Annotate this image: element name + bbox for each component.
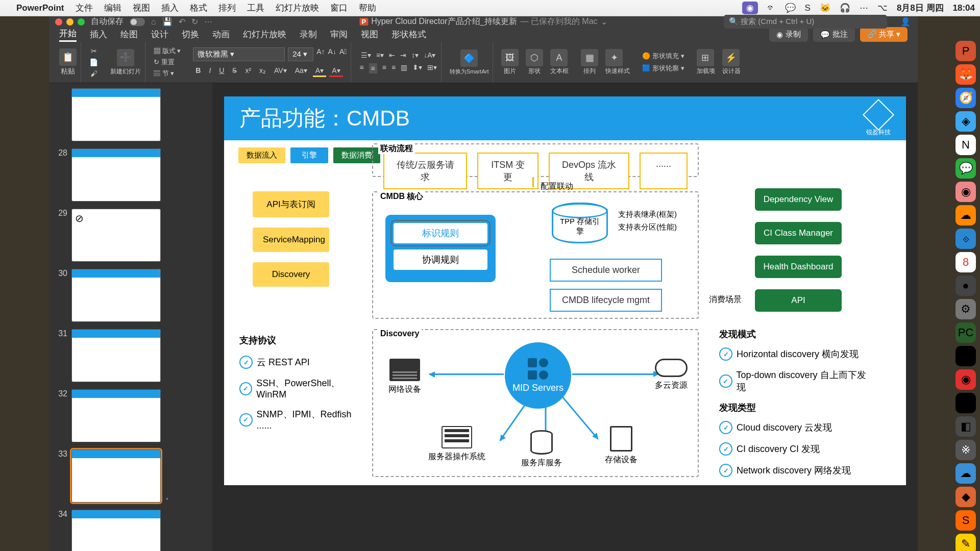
- menubar-date[interactable]: 8月8日 周四: [897, 2, 944, 14]
- dock-app-icon[interactable]: ◐: [955, 346, 976, 366]
- record-button[interactable]: ◉ 录制: [769, 27, 808, 42]
- flow-tab[interactable]: 数据流入: [238, 147, 285, 163]
- quickstyle-icon[interactable]: ✦: [605, 49, 623, 66]
- menu-view[interactable]: 视图: [133, 2, 150, 14]
- maximize-icon[interactable]: [78, 18, 85, 26]
- thumbnail-30[interactable]: 30: [53, 269, 208, 322]
- changecase-btn[interactable]: Aa▾: [292, 65, 310, 77]
- highlight-btn[interactable]: A▾: [313, 65, 326, 77]
- tab-home[interactable]: 开始: [59, 28, 77, 42]
- schedule-btn[interactable]: Schedule worker: [550, 259, 662, 282]
- subscript-btn[interactable]: x₂: [257, 65, 268, 77]
- thumbnail-panel[interactable]: 27 28 29⊘ 30 31 32 33⋆ 34: [49, 83, 212, 551]
- menu-file[interactable]: 文件: [76, 2, 93, 14]
- slide-title[interactable]: 产品功能：CMDB: [239, 104, 410, 133]
- dock-chatgpt-icon[interactable]: ※: [955, 440, 976, 460]
- outdent-icon[interactable]: ⇤: [389, 51, 395, 59]
- paste-icon[interactable]: 📋: [59, 48, 77, 66]
- textdirection-icon[interactable]: ↓A▾: [424, 51, 435, 59]
- thumbnail-29[interactable]: 29⊘: [53, 209, 208, 262]
- dock-app-icon[interactable]: ◉: [955, 182, 976, 202]
- home-icon[interactable]: ⌂: [151, 17, 156, 27]
- shapefill-btn[interactable]: 🟠 形状填充 ▾: [642, 52, 684, 61]
- cat-icon[interactable]: 🐱: [820, 3, 830, 13]
- linkage-item[interactable]: 传统/云服务请求: [383, 153, 467, 189]
- rule2[interactable]: 协调规则: [393, 248, 488, 271]
- headphones-icon[interactable]: 🎧: [840, 3, 850, 13]
- thumbnail-27[interactable]: 27: [53, 88, 208, 141]
- share-button[interactable]: 🔗 共享 ▾: [860, 27, 908, 42]
- menu-slideshow[interactable]: 幻灯片放映: [276, 2, 319, 14]
- dock-wechat-icon[interactable]: 💬: [955, 158, 976, 179]
- chevron-down-icon[interactable]: ⌄: [601, 17, 607, 27]
- more-icon[interactable]: ⋯: [860, 3, 868, 13]
- close-icon[interactable]: [55, 18, 62, 26]
- search-input[interactable]: 🔍 搜索 (Cmd + Ctrl + U): [724, 15, 887, 29]
- api-out-btn[interactable]: API: [755, 289, 842, 312]
- align-center-icon[interactable]: ≡: [369, 63, 377, 73]
- dock-vscode-icon[interactable]: ⟐: [955, 229, 976, 249]
- shape-icon[interactable]: ⬡: [526, 49, 543, 66]
- reset-btn[interactable]: ↻ 重置: [154, 58, 175, 67]
- dock-notion-icon[interactable]: N: [955, 135, 976, 155]
- align-right-icon[interactable]: ≡: [382, 63, 386, 73]
- control-center-icon[interactable]: ⌥: [877, 3, 888, 13]
- menu-tools[interactable]: 工具: [247, 2, 264, 14]
- redo-icon[interactable]: ↻: [191, 17, 198, 27]
- clear-format-icon[interactable]: A⃠: [339, 47, 347, 61]
- api-btn[interactable]: API与表订阅: [253, 191, 329, 217]
- underline-btn[interactable]: U: [216, 65, 227, 77]
- columns-icon[interactable]: ▥: [401, 63, 407, 73]
- decrease-font-icon[interactable]: A↓: [328, 47, 336, 61]
- menubar-time[interactable]: 18:04: [953, 3, 975, 13]
- addin-icon[interactable]: ⊞: [697, 49, 714, 66]
- textbox-icon[interactable]: A: [550, 49, 568, 66]
- justify-icon[interactable]: ≡: [391, 63, 396, 73]
- thumbnail-28[interactable]: 28: [53, 148, 208, 202]
- valign-icon[interactable]: ⬍▾: [412, 63, 422, 73]
- thumbnail-31[interactable]: 31: [53, 329, 208, 382]
- minimize-icon[interactable]: [66, 18, 74, 26]
- dock-app-icon[interactable]: ★: [955, 393, 976, 413]
- layout-btn[interactable]: ▦ 版式 ▾: [154, 46, 181, 56]
- linkage-box[interactable]: 联动流程 传统/云服务请求 ITSM 变更 DevOps 流水线 ......: [372, 143, 699, 177]
- dock-app-icon[interactable]: 🦊: [955, 64, 976, 85]
- formatpainter-icon[interactable]: 🖌: [90, 69, 97, 78]
- dock-sublime-icon[interactable]: S: [955, 510, 976, 531]
- undo-icon[interactable]: ↶: [179, 17, 185, 27]
- italic-btn[interactable]: I: [206, 65, 213, 77]
- tab-insert[interactable]: 插入: [90, 29, 107, 40]
- comment-button[interactable]: 💬 批注: [813, 27, 855, 42]
- engine-tab[interactable]: 引擎: [290, 147, 328, 163]
- tab-view[interactable]: 视图: [361, 29, 378, 40]
- dock-settings-icon[interactable]: ⚙: [955, 299, 976, 319]
- dock-app-icon[interactable]: ◧: [955, 416, 976, 437]
- tab-draw[interactable]: 绘图: [120, 29, 138, 40]
- qat-more-icon[interactable]: ⋯: [204, 17, 212, 27]
- tab-transition[interactable]: 切换: [182, 29, 199, 40]
- tab-shapeformat[interactable]: 形状格式: [391, 29, 426, 40]
- tab-review[interactable]: 审阅: [330, 29, 348, 40]
- linespacing-icon[interactable]: ↕▾: [411, 51, 419, 59]
- shapeoutline-btn[interactable]: 🟦 形状轮廓 ▾: [642, 64, 684, 73]
- dock-app-icon[interactable]: ◉: [955, 369, 976, 390]
- dock-app-icon[interactable]: ◆: [955, 487, 976, 507]
- mid-servers-circle[interactable]: MID Servers: [505, 342, 571, 409]
- dock-app-icon[interactable]: ◈: [955, 111, 976, 132]
- health-btn[interactable]: Health Dashboard: [755, 256, 842, 278]
- increase-font-icon[interactable]: A↑: [316, 47, 325, 61]
- bullets-icon[interactable]: ☰▾: [361, 51, 371, 59]
- new-slide-icon[interactable]: ➕: [117, 49, 134, 66]
- menu-help[interactable]: 帮助: [359, 2, 376, 14]
- font-size-select[interactable]: 24 ▾: [288, 47, 313, 61]
- save-icon[interactable]: 💾: [162, 17, 173, 27]
- smartart-icon[interactable]: 🔷: [460, 49, 478, 67]
- indent-icon[interactable]: ⇥: [400, 51, 406, 59]
- dock-app-icon[interactable]: ☁: [955, 205, 976, 226]
- depview-btn[interactable]: Dependency View: [755, 188, 842, 211]
- copy-icon[interactable]: 📄: [89, 58, 98, 66]
- menu-format[interactable]: 格式: [190, 2, 207, 14]
- autosave-toggle[interactable]: [130, 18, 145, 26]
- tab-record[interactable]: 录制: [300, 29, 317, 40]
- section-btn[interactable]: ▤ 节 ▾: [154, 69, 174, 78]
